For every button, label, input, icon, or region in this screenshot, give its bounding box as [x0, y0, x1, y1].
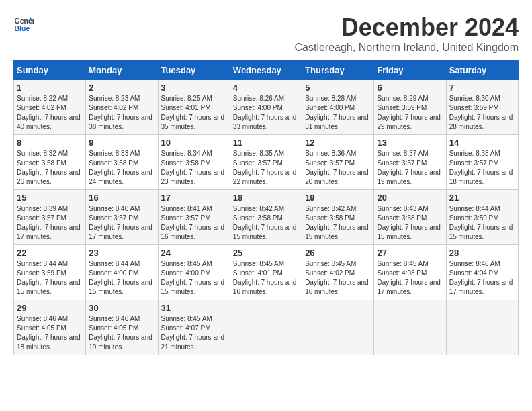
day-info: Sunrise: 8:45 AMSunset: 4:01 PMDaylight:…: [233, 260, 297, 295]
day-info: Sunrise: 8:38 AMSunset: 3:57 PMDaylight:…: [449, 150, 513, 185]
table-row: 5 Sunrise: 8:28 AMSunset: 4:00 PMDayligh…: [302, 80, 374, 135]
day-number: 25: [233, 248, 299, 258]
day-info: Sunrise: 8:33 AMSunset: 3:58 PMDaylight:…: [89, 150, 152, 185]
day-info: Sunrise: 8:44 AMSunset: 3:59 PMDaylight:…: [449, 205, 513, 240]
day-info: Sunrise: 8:29 AMSunset: 3:59 PMDaylight:…: [377, 95, 441, 130]
day-info: Sunrise: 8:22 AMSunset: 4:02 PMDaylight:…: [17, 95, 81, 130]
table-row: [302, 300, 374, 355]
table-row: 20 Sunrise: 8:43 AMSunset: 3:58 PMDaylig…: [374, 190, 446, 245]
day-info: Sunrise: 8:34 AMSunset: 3:58 PMDaylight:…: [161, 150, 225, 185]
day-info: Sunrise: 8:46 AMSunset: 4:05 PMDaylight:…: [89, 315, 152, 351]
logo-icon: General Blue: [13, 13, 34, 34]
day-number: 15: [17, 193, 83, 203]
day-number: 2: [89, 83, 154, 93]
day-number: 14: [449, 138, 515, 148]
subtitle: Castlereagh, Northern Ireland, United Ki…: [294, 42, 519, 54]
table-row: 18 Sunrise: 8:42 AMSunset: 3:58 PMDaylig…: [230, 190, 302, 245]
table-row: 6 Sunrise: 8:29 AMSunset: 3:59 PMDayligh…: [374, 80, 446, 135]
title-section: December 2024 Castlereagh, Northern Irel…: [294, 13, 519, 54]
day-number: 20: [377, 193, 443, 203]
table-row: 26 Sunrise: 8:45 AMSunset: 4:02 PMDaylig…: [302, 245, 374, 300]
calendar-table: Sunday Monday Tuesday Wednesday Thursday…: [13, 60, 519, 355]
day-info: Sunrise: 8:43 AMSunset: 3:58 PMDaylight:…: [377, 205, 441, 240]
day-info: Sunrise: 8:42 AMSunset: 3:58 PMDaylight:…: [233, 205, 297, 240]
day-number: 12: [305, 138, 371, 148]
table-row: 1 Sunrise: 8:22 AMSunset: 4:02 PMDayligh…: [14, 80, 86, 135]
day-number: 9: [89, 138, 154, 148]
table-row: 30 Sunrise: 8:46 AMSunset: 4:05 PMDaylig…: [86, 300, 158, 355]
day-number: 8: [17, 138, 83, 148]
day-info: Sunrise: 8:40 AMSunset: 3:57 PMDaylight:…: [89, 205, 152, 240]
day-number: 18: [233, 193, 299, 203]
table-row: 13 Sunrise: 8:37 AMSunset: 3:57 PMDaylig…: [374, 135, 446, 190]
day-number: 6: [377, 83, 443, 93]
day-info: Sunrise: 8:25 AMSunset: 4:01 PMDaylight:…: [161, 95, 225, 130]
day-info: Sunrise: 8:35 AMSunset: 3:57 PMDaylight:…: [233, 150, 297, 185]
day-info: Sunrise: 8:36 AMSunset: 3:57 PMDaylight:…: [305, 150, 369, 185]
calendar-week-row: 29 Sunrise: 8:46 AMSunset: 4:05 PMDaylig…: [14, 300, 519, 355]
day-info: Sunrise: 8:42 AMSunset: 3:58 PMDaylight:…: [305, 205, 369, 240]
table-row: 29 Sunrise: 8:46 AMSunset: 4:05 PMDaylig…: [14, 300, 86, 355]
day-number: 27: [377, 248, 443, 258]
day-number: 19: [305, 193, 371, 203]
table-row: 17 Sunrise: 8:41 AMSunset: 3:57 PMDaylig…: [158, 190, 230, 245]
table-row: 31 Sunrise: 8:45 AMSunset: 4:07 PMDaylig…: [158, 300, 230, 355]
table-row: 2 Sunrise: 8:23 AMSunset: 4:02 PMDayligh…: [86, 80, 158, 135]
day-info: Sunrise: 8:26 AMSunset: 4:00 PMDaylight:…: [233, 95, 297, 130]
col-sunday: Sunday: [14, 61, 86, 80]
table-row: 23 Sunrise: 8:44 AMSunset: 4:00 PMDaylig…: [86, 245, 158, 300]
day-info: Sunrise: 8:39 AMSunset: 3:57 PMDaylight:…: [17, 205, 81, 240]
col-monday: Monday: [86, 61, 158, 80]
table-row: 22 Sunrise: 8:44 AMSunset: 3:59 PMDaylig…: [14, 245, 86, 300]
table-row: 25 Sunrise: 8:45 AMSunset: 4:01 PMDaylig…: [230, 245, 302, 300]
day-info: Sunrise: 8:28 AMSunset: 4:00 PMDaylight:…: [305, 95, 369, 130]
col-thursday: Thursday: [302, 61, 374, 80]
col-saturday: Saturday: [446, 61, 518, 80]
day-info: Sunrise: 8:41 AMSunset: 3:57 PMDaylight:…: [161, 205, 225, 240]
col-tuesday: Tuesday: [158, 61, 230, 80]
svg-text:Blue: Blue: [15, 24, 30, 32]
table-row: 10 Sunrise: 8:34 AMSunset: 3:58 PMDaylig…: [158, 135, 230, 190]
calendar-week-row: 8 Sunrise: 8:32 AMSunset: 3:58 PMDayligh…: [14, 135, 519, 190]
table-row: 14 Sunrise: 8:38 AMSunset: 3:57 PMDaylig…: [446, 135, 518, 190]
table-row: 21 Sunrise: 8:44 AMSunset: 3:59 PMDaylig…: [446, 190, 518, 245]
day-number: 17: [161, 193, 227, 203]
calendar-header-row: Sunday Monday Tuesday Wednesday Thursday…: [14, 61, 519, 80]
table-row: 11 Sunrise: 8:35 AMSunset: 3:57 PMDaylig…: [230, 135, 302, 190]
day-number: 24: [161, 248, 227, 258]
table-row: 7 Sunrise: 8:30 AMSunset: 3:59 PMDayligh…: [446, 80, 518, 135]
day-info: Sunrise: 8:45 AMSunset: 4:07 PMDaylight:…: [161, 315, 225, 351]
table-row: 24 Sunrise: 8:45 AMSunset: 4:00 PMDaylig…: [158, 245, 230, 300]
table-row: 19 Sunrise: 8:42 AMSunset: 3:58 PMDaylig…: [302, 190, 374, 245]
table-row: 9 Sunrise: 8:33 AMSunset: 3:58 PMDayligh…: [86, 135, 158, 190]
day-number: 3: [161, 83, 227, 93]
col-wednesday: Wednesday: [230, 61, 302, 80]
day-number: 29: [17, 303, 83, 313]
day-number: 7: [449, 83, 515, 93]
day-number: 31: [161, 303, 227, 313]
day-info: Sunrise: 8:46 AMSunset: 4:04 PMDaylight:…: [449, 260, 513, 295]
day-number: 4: [233, 83, 299, 93]
table-row: 27 Sunrise: 8:45 AMSunset: 4:03 PMDaylig…: [374, 245, 446, 300]
calendar-week-row: 15 Sunrise: 8:39 AMSunset: 3:57 PMDaylig…: [14, 190, 519, 245]
day-number: 11: [233, 138, 299, 148]
day-number: 30: [89, 303, 154, 313]
table-row: 8 Sunrise: 8:32 AMSunset: 3:58 PMDayligh…: [14, 135, 86, 190]
day-number: 26: [305, 248, 371, 258]
table-row: 28 Sunrise: 8:46 AMSunset: 4:04 PMDaylig…: [446, 245, 518, 300]
col-friday: Friday: [374, 61, 446, 80]
table-row: [446, 300, 518, 355]
day-info: Sunrise: 8:44 AMSunset: 3:59 PMDaylight:…: [17, 260, 81, 295]
day-number: 23: [89, 248, 154, 258]
day-info: Sunrise: 8:46 AMSunset: 4:05 PMDaylight:…: [17, 315, 81, 351]
day-number: 5: [305, 83, 371, 93]
day-info: Sunrise: 8:45 AMSunset: 4:00 PMDaylight:…: [161, 260, 225, 295]
day-number: 22: [17, 248, 83, 258]
page-header: General Blue December 2024 Castlereagh, …: [13, 13, 519, 54]
main-title: December 2024: [294, 13, 519, 42]
logo: General Blue: [13, 13, 34, 34]
table-row: 12 Sunrise: 8:36 AMSunset: 3:57 PMDaylig…: [302, 135, 374, 190]
day-number: 1: [17, 83, 83, 93]
day-info: Sunrise: 8:45 AMSunset: 4:03 PMDaylight:…: [377, 260, 441, 295]
day-number: 10: [161, 138, 227, 148]
